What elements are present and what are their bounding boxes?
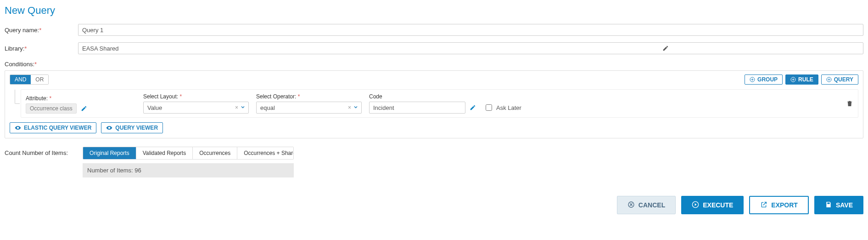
execute-button[interactable]: EXECUTE bbox=[681, 196, 744, 214]
elastic-query-viewer-button[interactable]: ELASTIC QUERY VIEWER bbox=[10, 122, 96, 133]
logic-and-button[interactable]: AND bbox=[10, 75, 31, 84]
code-label: Code bbox=[369, 93, 476, 100]
count-row: Count Number of Items: Original Reports … bbox=[5, 147, 863, 177]
cancel-icon bbox=[627, 201, 635, 210]
chevron-down-icon[interactable] bbox=[353, 104, 358, 111]
plus-circle-icon bbox=[750, 77, 755, 82]
add-group-button[interactable]: GROUP bbox=[745, 74, 783, 85]
plus-circle-icon bbox=[826, 77, 832, 82]
query-viewer-button[interactable]: QUERY VIEWER bbox=[101, 122, 163, 133]
tab-validated-reports[interactable]: Validated Reports bbox=[136, 147, 193, 159]
tab-original-reports[interactable]: Original Reports bbox=[83, 147, 136, 159]
save-icon bbox=[825, 201, 832, 210]
ask-later-label: Ask Later bbox=[496, 104, 521, 111]
attribute-label: Attribute: * bbox=[26, 95, 136, 102]
pencil-icon[interactable] bbox=[471, 45, 861, 52]
cancel-button[interactable]: CANCEL bbox=[617, 196, 676, 214]
operator-value: equal bbox=[260, 104, 348, 111]
page-title: New Query bbox=[5, 5, 863, 17]
pencil-icon[interactable] bbox=[469, 104, 476, 111]
attribute-value: Occurrence class bbox=[26, 103, 77, 114]
footer-actions: CANCEL EXECUTE EXPORT SAVE bbox=[5, 196, 863, 214]
tab-occurrences[interactable]: Occurrences bbox=[193, 147, 237, 159]
query-name-input[interactable] bbox=[78, 24, 863, 36]
operator-select[interactable]: equal × bbox=[256, 102, 362, 114]
trash-icon[interactable] bbox=[846, 100, 853, 107]
add-buttons-group: GROUP RULE QUERY bbox=[745, 74, 858, 85]
logic-row: AND OR GROUP RULE QUERY bbox=[10, 74, 858, 85]
layout-value: Value bbox=[147, 104, 235, 111]
export-button[interactable]: EXPORT bbox=[749, 196, 809, 214]
clear-icon[interactable]: × bbox=[348, 104, 351, 111]
query-name-label: Query name:* bbox=[5, 27, 78, 34]
add-rule-button[interactable]: RULE bbox=[785, 74, 818, 85]
operator-field: Select Operator: * equal × bbox=[256, 93, 362, 114]
add-query-button[interactable]: QUERY bbox=[821, 74, 858, 85]
pencil-icon[interactable] bbox=[80, 105, 88, 112]
export-icon bbox=[760, 201, 767, 210]
count-content: Original Reports Validated Reports Occur… bbox=[83, 147, 294, 177]
library-field[interactable]: EASA Shared bbox=[78, 42, 863, 54]
eye-icon bbox=[106, 125, 112, 131]
conditions-label: Conditions:* bbox=[5, 61, 863, 68]
ask-later-checkbox[interactable] bbox=[486, 104, 492, 111]
code-field: Code bbox=[369, 93, 476, 114]
attribute-field: Attribute: * Occurrence class bbox=[26, 95, 136, 114]
layout-field: Select Layout: * Value × bbox=[143, 93, 249, 114]
code-input[interactable] bbox=[369, 102, 465, 114]
play-icon bbox=[692, 201, 699, 210]
logic-or-button[interactable]: OR bbox=[31, 75, 48, 84]
count-tabs: Original Reports Validated Reports Occur… bbox=[83, 147, 294, 160]
layout-label: Select Layout: * bbox=[143, 93, 249, 100]
library-value: EASA Shared bbox=[82, 45, 471, 52]
library-label: Library:* bbox=[5, 45, 78, 52]
viewer-row: ELASTIC QUERY VIEWER QUERY VIEWER bbox=[10, 122, 858, 133]
clear-icon[interactable]: × bbox=[235, 104, 238, 111]
eye-icon bbox=[15, 125, 21, 131]
save-button[interactable]: SAVE bbox=[814, 196, 863, 214]
plus-circle-icon bbox=[790, 77, 796, 82]
chevron-down-icon[interactable] bbox=[240, 104, 246, 111]
operator-label: Select Operator: * bbox=[256, 93, 362, 100]
number-of-items: Number of Items: 96 bbox=[83, 163, 294, 177]
tab-occurrences-shared[interactable]: Occurrences + Shared bbox=[237, 147, 294, 159]
rule-row: Attribute: * Occurrence class Select Lay… bbox=[21, 89, 858, 118]
layout-select[interactable]: Value × bbox=[143, 102, 249, 114]
query-name-row: Query name:* bbox=[5, 24, 863, 36]
library-row: Library:* EASA Shared bbox=[5, 42, 863, 54]
ask-later-field[interactable]: Ask Later bbox=[484, 102, 521, 114]
conditions-box: AND OR GROUP RULE QUERY bbox=[5, 70, 863, 138]
logic-toggle: AND OR bbox=[10, 74, 49, 85]
count-label: Count Number of Items: bbox=[5, 147, 83, 156]
